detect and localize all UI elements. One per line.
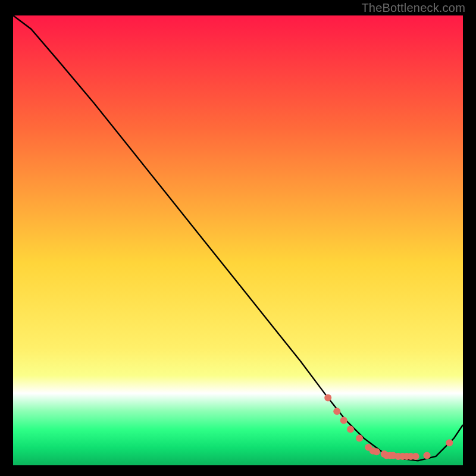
data-point	[446, 439, 453, 446]
bottleneck-chart	[0, 0, 476, 476]
chart-frame: TheBottleneck.com	[0, 0, 476, 476]
gradient-background	[13, 15, 463, 465]
data-point	[333, 408, 340, 415]
data-point	[340, 416, 347, 424]
data-point	[424, 452, 431, 459]
data-point	[347, 426, 354, 433]
data-point	[356, 435, 363, 442]
data-point	[373, 448, 380, 455]
data-point	[324, 394, 331, 402]
data-point	[412, 453, 419, 460]
